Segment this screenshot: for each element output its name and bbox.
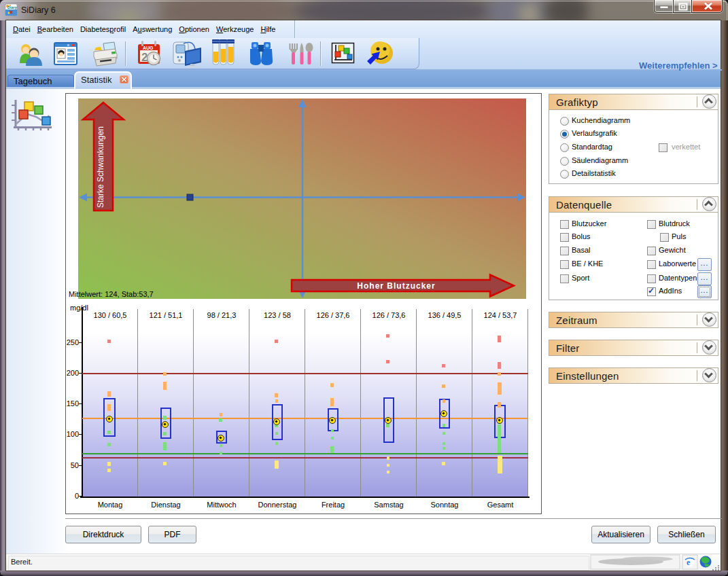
- svg-text:AUG: AUG: [143, 46, 154, 50]
- svg-text:Diary: Diary: [7, 5, 18, 10]
